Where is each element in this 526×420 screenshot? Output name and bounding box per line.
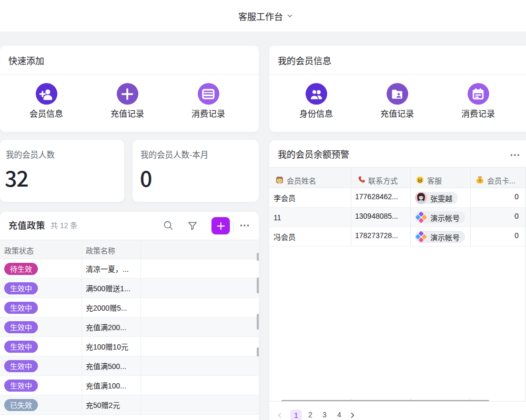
svg-text:$: $ — [479, 178, 481, 183]
